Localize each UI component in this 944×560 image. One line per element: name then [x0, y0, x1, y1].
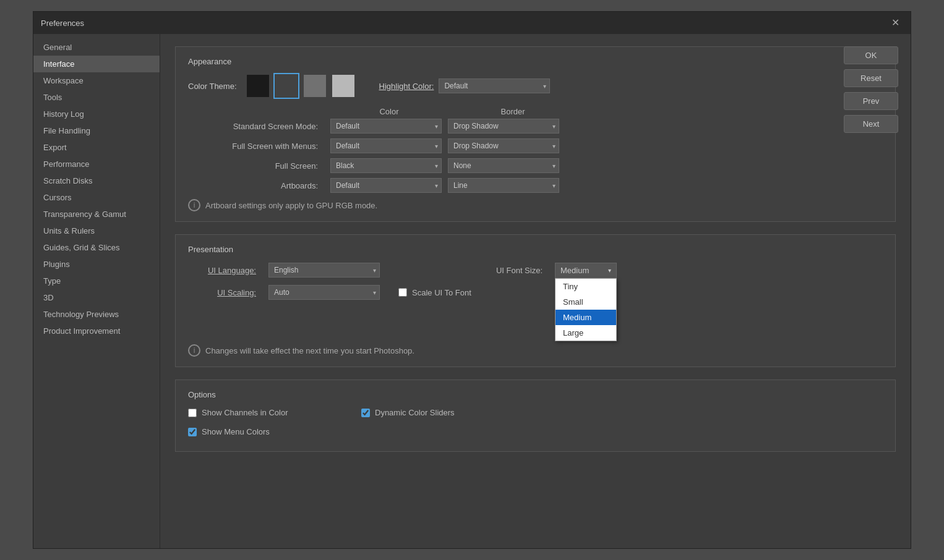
scale-ui-text: Scale UI To Font: [412, 288, 471, 297]
theme-swatch-black[interactable]: [247, 75, 269, 97]
mode-selects-artboards: DefaultBlackGray LineDrop ShadowNone: [330, 178, 559, 193]
mode-label-fullscreen: Full Screen:: [188, 161, 324, 171]
close-button[interactable]: ✕: [888, 17, 903, 29]
fsmenus-border-select[interactable]: Drop ShadowNoneLine: [448, 138, 559, 153]
presentation-info-row: i Changes will take effect the next time…: [188, 344, 883, 357]
font-size-option-large[interactable]: Large: [556, 325, 616, 341]
scale-ui-checkbox[interactable]: [398, 288, 407, 297]
next-button[interactable]: Next: [844, 115, 898, 133]
color-theme-row: Color Theme: Highlight Color: Default Bl…: [188, 75, 883, 97]
scaling-row: UI Scaling: Auto 100% 150% 200%: [188, 285, 471, 300]
theme-swatch-light[interactable]: [332, 75, 354, 97]
artboard-info-row: i Artboard settings only apply to GPU RG…: [188, 199, 883, 211]
preferences-dialog: Preferences ✕ General Interface Workspac…: [33, 11, 911, 549]
font-size-dropdown: Medium ▾ Tiny Small Medium Large: [555, 263, 617, 278]
dynamic-sliders-checkbox[interactable]: [361, 409, 370, 417]
title-bar: Preferences ✕: [33, 12, 911, 34]
standard-color-select[interactable]: DefaultBlackGrayWhite: [330, 119, 442, 134]
sidebar-item-type[interactable]: Type: [33, 273, 160, 289]
artboards-border-select-wrapper: LineDrop ShadowNone: [448, 178, 559, 193]
highlight-color-select-wrapper: Default Blue Red Green: [439, 78, 550, 93]
dialog-title: Preferences: [41, 19, 84, 28]
mode-selects-fullscreen: BlackDefaultGray NoneDrop ShadowLine: [330, 158, 559, 173]
mode-row-artboards: Artboards: DefaultBlackGray LineDrop Sha…: [188, 178, 883, 193]
appearance-section: Appearance Color Theme: Highlight Color:…: [175, 46, 896, 222]
standard-border-select-wrapper: Drop ShadowNoneLine: [448, 119, 559, 134]
mode-selects-fullscreen-menus: DefaultBlackGray Drop ShadowNoneLine: [330, 138, 559, 153]
sidebar-item-product-improvement[interactable]: Product Improvement: [33, 323, 160, 339]
font-size-option-tiny[interactable]: Tiny: [556, 279, 616, 294]
options-section: Options Show Channels in Color Dynamic C…: [175, 380, 896, 452]
show-channels-checkbox[interactable]: [188, 409, 197, 417]
main-content: OK Reset Prev Next Appearance Color Them…: [160, 34, 911, 548]
options-grid: Show Channels in Color Dynamic Color Sli…: [188, 408, 883, 441]
col-header-color: Color: [330, 107, 448, 116]
sidebar-item-plugins[interactable]: Plugins: [33, 256, 160, 273]
fs-color-select[interactable]: BlackDefaultGray: [330, 158, 442, 173]
sidebar-item-history-log[interactable]: History Log: [33, 106, 160, 122]
font-size-value: Medium: [560, 266, 589, 275]
font-size-option-medium[interactable]: Medium: [556, 310, 616, 325]
sidebar-item-file-handling[interactable]: File Handling: [33, 122, 160, 139]
sidebar-item-units-rulers[interactable]: Units & Rulers: [33, 223, 160, 239]
artboards-border-select[interactable]: LineDrop ShadowNone: [448, 178, 559, 193]
scaling-select[interactable]: Auto 100% 150% 200%: [268, 285, 380, 300]
font-size-row: UI Font Size: Medium ▾ Tiny Small Medium: [496, 263, 617, 278]
col-header-border: Border: [454, 107, 572, 116]
dynamic-sliders-label: Dynamic Color Sliders: [375, 408, 455, 417]
fsmenus-color-select[interactable]: DefaultBlackGray: [330, 138, 442, 153]
sidebar-item-workspace[interactable]: Workspace: [33, 72, 160, 89]
mode-row-fullscreen-menus: Full Screen with Menus: DefaultBlackGray…: [188, 138, 883, 153]
language-select[interactable]: English French German: [268, 263, 380, 278]
show-menu-colors-label: Show Menu Colors: [202, 427, 270, 436]
highlight-color-label: Highlight Color:: [379, 82, 434, 91]
color-theme-label: Color Theme:: [188, 82, 237, 91]
show-menu-colors-checkbox[interactable]: [188, 428, 197, 436]
ok-button[interactable]: OK: [844, 46, 898, 64]
fsmenus-color-select-wrapper: DefaultBlackGray: [330, 138, 442, 153]
mode-label-standard: Standard Screen Mode:: [188, 122, 324, 131]
sidebar-item-transparency-gamut[interactable]: Transparency & Gamut: [33, 206, 160, 223]
reset-button[interactable]: Reset: [844, 69, 898, 87]
theme-swatch-dark[interactable]: [275, 75, 298, 97]
info-icon: i: [188, 199, 200, 211]
theme-swatch-medium[interactable]: [304, 75, 326, 97]
fsmenus-border-select-wrapper: Drop ShadowNoneLine: [448, 138, 559, 153]
sidebar-item-scratch-disks[interactable]: Scratch Disks: [33, 172, 160, 189]
mode-selects-standard: DefaultBlackGrayWhite Drop ShadowNoneLin…: [330, 119, 559, 134]
sidebar-item-general[interactable]: General: [33, 39, 160, 56]
font-size-label: UI Font Size:: [496, 266, 543, 275]
highlight-color-select[interactable]: Default Blue Red Green: [439, 78, 550, 93]
sidebar-item-3d[interactable]: 3D: [33, 289, 160, 306]
artboard-info-text: Artboard settings only apply to GPU RGB …: [205, 201, 377, 210]
sidebar-item-tools[interactable]: Tools: [33, 89, 160, 106]
show-menu-colors-row: Show Menu Colors: [188, 427, 361, 436]
presentation-info-text: Changes will take effect the next time y…: [205, 346, 414, 355]
standard-border-select[interactable]: Drop ShadowNoneLine: [448, 119, 559, 134]
options-title: Options: [188, 390, 883, 399]
mode-label-fullscreen-menus: Full Screen with Menus:: [188, 142, 324, 151]
sidebar-item-interface[interactable]: Interface: [33, 56, 160, 72]
mode-row-standard: Standard Screen Mode: DefaultBlackGrayWh…: [188, 119, 883, 134]
sidebar-item-export[interactable]: Export: [33, 139, 160, 156]
scaling-select-wrapper: Auto 100% 150% 200%: [268, 285, 380, 300]
scaling-label: UI Scaling:: [188, 288, 256, 297]
sidebar-item-technology-previews[interactable]: Technology Previews: [33, 306, 160, 323]
artboards-color-select[interactable]: DefaultBlackGray: [330, 178, 442, 193]
font-size-option-small[interactable]: Small: [556, 294, 616, 310]
mode-label-artboards: Artboards:: [188, 181, 324, 190]
font-size-dropdown-btn[interactable]: Medium ▾: [555, 263, 617, 278]
sidebar-item-performance[interactable]: Performance: [33, 156, 160, 172]
sidebar-item-cursors[interactable]: Cursors: [33, 189, 160, 206]
prev-button[interactable]: Prev: [844, 92, 898, 110]
presentation-title: Presentation: [188, 245, 883, 254]
dropdown-arrow: ▾: [608, 267, 611, 274]
appearance-title: Appearance: [188, 57, 883, 66]
standard-color-select-wrapper: DefaultBlackGrayWhite: [330, 119, 442, 134]
presentation-info-icon: i: [188, 344, 200, 357]
show-channels-row: Show Channels in Color: [188, 408, 361, 417]
language-row: UI Language: English French German: [188, 263, 471, 278]
fs-border-select[interactable]: NoneDrop ShadowLine: [448, 158, 559, 173]
presentation-section: Presentation UI Language: English French…: [175, 234, 896, 367]
sidebar-item-guides-grid-slices[interactable]: Guides, Grid & Slices: [33, 239, 160, 256]
